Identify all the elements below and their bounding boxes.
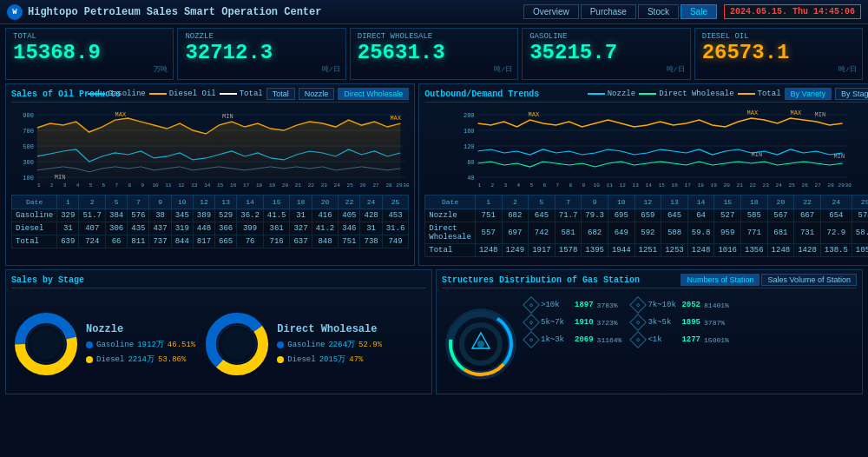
metric-total-unit: 万吨: [154, 64, 168, 74]
nav-overview[interactable]: Overview: [523, 4, 579, 19]
station-name-10k: >10k: [541, 301, 571, 309]
legend-direct-color: [639, 93, 656, 95]
main-content: Sales of Oil Products Gasoline Diesel Oi…: [0, 83, 868, 266]
outbound-data-table: Date 1257910121314151820222425 Nozzle 75…: [424, 195, 868, 257]
svg-text:14: 14: [646, 182, 653, 189]
svg-text:700: 700: [23, 128, 34, 135]
svg-text:28: 28: [385, 182, 392, 189]
svg-text:26: 26: [360, 182, 367, 189]
svg-text:4: 4: [76, 182, 80, 189]
svg-text:21: 21: [295, 182, 302, 189]
svg-text:13: 13: [633, 182, 640, 189]
metric-direct: Direct Wholesale 25631.3 吨/日: [350, 28, 518, 80]
ctrl-total[interactable]: Total: [266, 88, 295, 100]
legend-nozzle: Nozzle: [588, 89, 635, 98]
sales-by-stage-panel: Sales by Stage Nozzle Gasoline 1912万: [5, 269, 432, 394]
svg-text:12: 12: [620, 182, 627, 189]
ctrl-by-stage[interactable]: By Stage: [835, 88, 868, 100]
nav-stock[interactable]: Stock: [638, 4, 679, 19]
nozzle-gasoline-val: 1912万: [137, 339, 164, 350]
metric-gasoline-value: 35215.7: [529, 41, 682, 66]
direct-diesel-item: Diesel 2015万 47%: [277, 354, 382, 365]
nozzle-label: Nozzle: [86, 323, 195, 335]
ctrl-sales-station[interactable]: Sales Volume of Station: [761, 274, 857, 286]
metric-total-value: 15368.9: [13, 41, 166, 66]
svg-point-107: [477, 341, 484, 348]
svg-text:25: 25: [347, 182, 354, 189]
station-data-grid: ◇ >10k 1897 3783% ◇ 7k~10k 2052 81401% ◇…: [525, 292, 729, 346]
legend-total-color: [220, 93, 237, 95]
metric-nozzle-value: 32712.3: [185, 41, 338, 66]
svg-text:6: 6: [543, 182, 547, 189]
station-content: ◇ >10k 1897 3783% ◇ 7k~10k 2052 81401% ◇…: [442, 292, 857, 396]
svg-text:20: 20: [282, 182, 289, 189]
direct-gasoline-name: Gasoline: [287, 341, 325, 349]
legend-diesel-label: Diesel Oil: [169, 89, 216, 98]
svg-text:100: 100: [23, 175, 34, 182]
station-icon-7k10k: ◇: [630, 296, 648, 314]
legend-diesel: Diesel Oil: [149, 89, 216, 98]
station-row-10k: ◇ >10k 1897 3783%: [525, 299, 621, 311]
svg-text:20: 20: [724, 182, 731, 189]
station-pct-1k: 15001%: [704, 336, 729, 344]
svg-text:10: 10: [152, 182, 159, 189]
ctrl-direct[interactable]: Direct Wholesale: [338, 88, 409, 100]
table-row: Diesel 314073064354373194483663993613274…: [12, 222, 409, 235]
legend-nozzle-color: [588, 93, 605, 95]
nav-purchase[interactable]: Purchase: [581, 4, 636, 19]
app-title: Hightopo Petroleum Sales Smart Operation…: [28, 6, 321, 18]
svg-text:17: 17: [685, 182, 692, 189]
svg-text:7: 7: [556, 182, 560, 189]
svg-text:1: 1: [37, 182, 41, 189]
svg-text:8: 8: [569, 182, 573, 189]
direct-gasoline-item: Gasoline 2264万 52.9%: [277, 339, 382, 350]
ctrl-numbers-station[interactable]: Numbers of Station: [681, 274, 760, 286]
nozzle-donut-section: Nozzle Gasoline 1912万 46.51% Diesel 2214…: [11, 309, 195, 379]
svg-text:160: 160: [464, 128, 475, 135]
svg-point-98: [221, 328, 253, 360]
metric-diesel: Diesel Oil 26573.1 吨/日: [694, 28, 863, 80]
legend-diesel-color: [149, 93, 167, 95]
direct-diesel-color: [277, 356, 284, 363]
station-name-3k5k: 3k~5k: [648, 318, 678, 327]
nozzle-donut-chart: [11, 309, 81, 379]
svg-text:7: 7: [115, 182, 119, 189]
svg-text:27: 27: [372, 182, 379, 189]
station-name-1k3k: 1k~3k: [541, 335, 571, 344]
header: W Hightopo Petroleum Sales Smart Operati…: [0, 0, 868, 24]
direct-gasoline-color: [277, 341, 284, 348]
svg-text:MAX: MAX: [747, 109, 759, 116]
svg-text:27: 27: [815, 182, 822, 189]
svg-text:29: 29: [838, 182, 845, 189]
nav-sale[interactable]: Sale: [681, 4, 717, 19]
svg-text:12: 12: [178, 182, 185, 189]
svg-text:11: 11: [607, 182, 614, 189]
station-count-10k: 1897: [575, 301, 594, 309]
legend-gasoline-color: [88, 93, 105, 95]
sales-svg-chart: 900 700 500 300 100 MAX MIN MIN MAX: [11, 106, 409, 189]
outbound-chart-panel: Outbound/Demand Trends Nozzle Direct Who…: [418, 83, 868, 266]
legend-direct-label: Direct Wholesale: [659, 89, 733, 98]
metric-gasoline: Gasoline 35215.7 吨/日: [522, 28, 690, 80]
table-row: Gasoline 32951.73845763834538952936.241.…: [12, 209, 409, 222]
nozzle-gasoline-name: Gasoline: [96, 341, 134, 349]
svg-text:15: 15: [659, 182, 666, 189]
legend-gasoline-label: Gasoline: [108, 89, 145, 98]
ctrl-nozzle[interactable]: Nozzle: [299, 88, 335, 100]
legend-gasoline: Gasoline: [88, 89, 145, 98]
nozzle-diesel-item: Diesel 2214万 53.86%: [86, 354, 195, 365]
station-controls: Numbers of Station Sales Volume of Stati…: [681, 274, 857, 286]
metric-direct-unit: 吨/日: [494, 64, 512, 74]
direct-donut-section: Direct Wholesale Gasoline 2264万 52.9% Di…: [202, 309, 382, 379]
station-donut: [442, 292, 520, 390]
svg-text:300: 300: [23, 159, 34, 166]
station-pct-3k5k: 3787%: [704, 319, 725, 327]
legend-total: Total: [220, 89, 263, 98]
ctrl-by-variety[interactable]: By Variety: [785, 88, 832, 100]
sales-chart-panel: Sales of Oil Products Gasoline Diesel Oi…: [5, 83, 415, 266]
metric-gasoline-unit: 吨/日: [667, 64, 685, 74]
svg-text:30: 30: [403, 182, 409, 189]
svg-text:13: 13: [191, 182, 198, 189]
direct-gasoline-val: 2264万: [328, 339, 355, 350]
metric-nozzle-unit: 吨/日: [322, 64, 340, 74]
